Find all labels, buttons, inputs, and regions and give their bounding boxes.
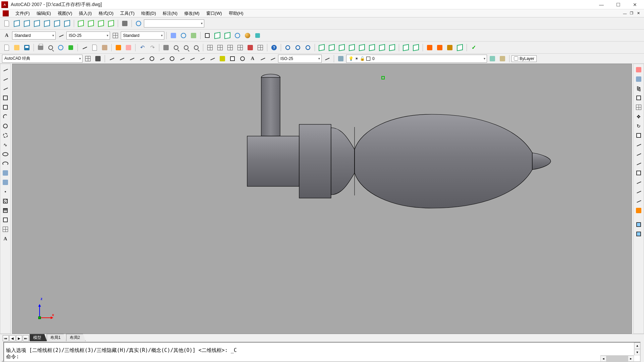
doc-close-button[interactable]: ✕ <box>635 10 641 16</box>
etransmit-icon[interactable] <box>66 43 75 52</box>
clean-icon[interactable] <box>411 43 421 52</box>
view-back-icon[interactable] <box>62 19 72 28</box>
paste-icon[interactable] <box>100 43 109 52</box>
rectangle-icon[interactable] <box>1 103 10 112</box>
visual-3d-icon[interactable] <box>86 19 96 28</box>
solid-cone-icon[interactable] <box>223 31 232 40</box>
zoom-realtime-icon[interactable] <box>171 43 181 52</box>
arc-icon[interactable] <box>1 112 10 121</box>
menu-draw[interactable]: 绘图(D) <box>138 10 159 16</box>
dim-tolerance-icon[interactable] <box>228 54 237 63</box>
view-se-iso-icon[interactable] <box>22 19 32 28</box>
region-icon[interactable] <box>1 216 10 224</box>
ellipse-arc-icon[interactable] <box>1 159 10 168</box>
plot-preview-icon[interactable] <box>46 43 55 52</box>
workspace-settings-icon[interactable] <box>83 54 93 63</box>
shell-icon[interactable] <box>455 43 465 52</box>
insert-block-icon[interactable] <box>1 169 10 177</box>
rotate-icon[interactable]: ↻ <box>634 122 643 130</box>
menu-tools[interactable]: 工具(T) <box>117 10 138 16</box>
solid-box-icon[interactable] <box>203 31 212 40</box>
tab-layout1[interactable]: 布局1 <box>47 334 66 341</box>
intersect-icon[interactable] <box>303 43 313 52</box>
copy-object-icon[interactable] <box>634 75 643 83</box>
dim-center-icon[interactable] <box>238 54 247 63</box>
walk-icon[interactable] <box>189 31 198 40</box>
bylayer-checkbox[interactable] <box>514 56 518 61</box>
scale-icon[interactable] <box>634 131 643 140</box>
break-icon[interactable] <box>634 169 643 177</box>
dim-ordinate-icon[interactable] <box>137 54 147 63</box>
dim-diameter-icon[interactable] <box>167 54 177 63</box>
dimstyle-button-icon[interactable] <box>322 54 332 63</box>
layer-states-icon[interactable] <box>498 54 507 63</box>
solid-cyl-icon[interactable] <box>243 31 252 40</box>
copy-face-icon[interactable] <box>387 43 397 52</box>
explode-icon[interactable] <box>634 206 643 215</box>
sheetset-icon[interactable] <box>235 43 245 52</box>
new-file-icon[interactable] <box>2 43 11 52</box>
check-icon[interactable]: ✓ <box>469 43 478 52</box>
minimize-button[interactable]: — <box>594 0 609 9</box>
menu-file[interactable]: 文件(F) <box>12 10 33 16</box>
scroll-up-icon[interactable]: ▲ <box>634 343 640 349</box>
tab-last-button[interactable]: ⏭ <box>23 335 29 341</box>
dim-style-combo[interactable]: ISO-25 <box>66 32 110 40</box>
markup-icon[interactable] <box>246 43 255 52</box>
layer-previous-icon[interactable] <box>488 54 497 63</box>
draworder-front-icon[interactable] <box>634 220 643 229</box>
command-scrollbar-vertical[interactable]: ▲ ▼ <box>634 343 640 355</box>
orbit-icon[interactable] <box>179 31 188 40</box>
tab-prev-button[interactable]: ◀ <box>9 335 15 341</box>
menu-help[interactable]: 帮助(H) <box>225 10 247 16</box>
trim-icon[interactable] <box>634 150 643 159</box>
menu-view[interactable]: 视图(V) <box>54 10 75 16</box>
slice-icon[interactable] <box>425 43 434 52</box>
solid-wedge-icon[interactable] <box>213 31 222 40</box>
dim-edit-icon[interactable]: A <box>248 54 257 63</box>
fillet-icon[interactable] <box>634 197 643 205</box>
spline-icon[interactable]: ∿ <box>1 140 10 149</box>
dim-angular-icon[interactable] <box>177 54 187 63</box>
calc-icon[interactable] <box>256 43 265 52</box>
workspace-combo[interactable]: AutoCAD 经典 <box>2 55 83 63</box>
dim-baseline-icon[interactable] <box>198 54 207 63</box>
revcloud-icon[interactable] <box>1 131 10 140</box>
interfere-icon[interactable] <box>445 43 454 52</box>
stretch-icon[interactable] <box>634 140 643 149</box>
zoom-window-icon[interactable] <box>181 43 191 52</box>
view-ne-iso-icon[interactable] <box>32 19 42 28</box>
draworder-back-icon[interactable] <box>634 230 643 238</box>
dim-leader-icon[interactable] <box>218 54 227 63</box>
maximize-button[interactable]: ☐ <box>610 0 626 9</box>
mtext-icon[interactable]: A <box>1 234 10 243</box>
tab-layout2[interactable]: 布局2 <box>66 334 86 341</box>
copy-icon[interactable] <box>90 43 99 52</box>
camera-icon[interactable] <box>120 19 129 28</box>
polyline-icon[interactable] <box>1 84 10 93</box>
menu-dimension[interactable]: 标注(N) <box>159 10 181 16</box>
point-icon[interactable] <box>1 187 10 196</box>
layer-manager-icon[interactable] <box>336 54 345 63</box>
erase-icon[interactable] <box>634 65 643 74</box>
dim-update-icon[interactable] <box>268 54 277 63</box>
mirror-icon[interactable]: ⧎ <box>634 84 643 93</box>
bylayer-combo[interactable]: ByLayer <box>512 55 537 62</box>
move-face-icon[interactable] <box>327 43 336 52</box>
dim-aligned-icon[interactable] <box>117 54 126 63</box>
cut-icon[interactable] <box>80 43 89 52</box>
pan-icon[interactable] <box>161 43 171 52</box>
scroll-left-icon[interactable]: ◀ <box>600 356 606 362</box>
dimstyle-combo[interactable]: ISO-25 <box>278 55 322 63</box>
view-sw-iso-icon[interactable] <box>12 19 21 28</box>
render-icon[interactable] <box>134 19 143 28</box>
open-file-icon[interactable] <box>12 43 21 52</box>
command-area[interactable]: 输入选项 [二维线框(2)/三维线框(3)/三维隐藏(H)/真实(R)/概念(C… <box>3 342 641 362</box>
publish-icon[interactable] <box>56 43 65 52</box>
redo-icon[interactable]: ↷ <box>148 43 157 52</box>
undo-icon[interactable]: ↶ <box>138 43 147 52</box>
imprint-icon[interactable] <box>401 43 411 52</box>
menu-edit[interactable]: 编辑(E) <box>33 10 54 16</box>
solid-sphere-icon[interactable] <box>233 31 242 40</box>
table-style-combo[interactable]: Standard <box>121 32 164 40</box>
